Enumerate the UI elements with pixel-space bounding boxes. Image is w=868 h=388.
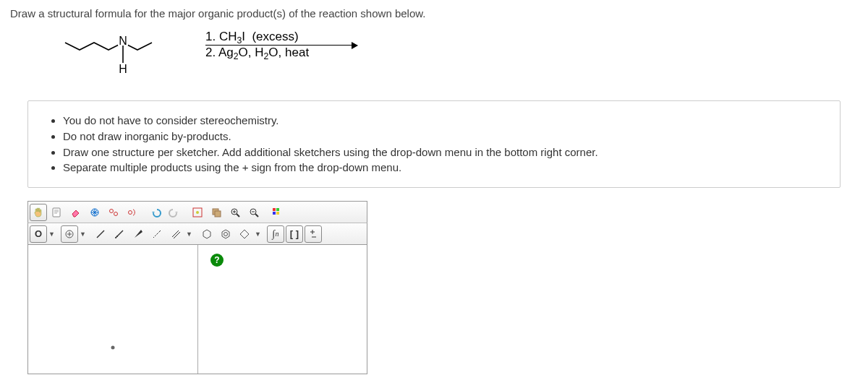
svg-line-28 bbox=[97, 230, 104, 238]
multi-bond-icon[interactable] bbox=[167, 225, 184, 243]
sketcher-toolbar-row-2: O ▼ ▼ ▼ ▼ bbox=[27, 223, 367, 244]
lasso-pair-icon[interactable] bbox=[105, 204, 122, 221]
erase-tool-icon[interactable] bbox=[67, 204, 85, 221]
reaction-scheme: N N H 1. CH3I (excess) 2. Ag2O, H2O, hea… bbox=[61, 30, 858, 80]
single-bond-icon[interactable] bbox=[92, 225, 109, 243]
zoom-out-icon[interactable] bbox=[245, 204, 263, 221]
sketcher-panel-1[interactable] bbox=[28, 245, 198, 374]
ring-dropdown-icon[interactable]: ▼ bbox=[255, 230, 261, 238]
help-button[interactable]: ? bbox=[210, 254, 224, 267]
select-tool-icon[interactable] bbox=[48, 204, 66, 221]
svg-point-8 bbox=[114, 212, 118, 215]
wedge-up-bond-icon[interactable] bbox=[129, 225, 147, 243]
wedge-down-bond-icon[interactable] bbox=[148, 225, 166, 243]
svg-rect-13 bbox=[215, 211, 221, 217]
center-icon[interactable] bbox=[189, 204, 206, 221]
reagent-block: 1. CH3I (excess) 2. Ag2O, H2O, heat bbox=[205, 30, 357, 60]
bond-dropdown-icon[interactable]: ▼ bbox=[186, 230, 192, 238]
element-picker-dropdown-icon[interactable]: ▼ bbox=[48, 230, 55, 238]
svg-line-33 bbox=[153, 237, 154, 238]
structure-sketcher[interactable]: O ▼ ▼ ▼ ▼ bbox=[27, 201, 367, 374]
svg-point-41 bbox=[224, 232, 228, 236]
svg-line-36 bbox=[159, 230, 161, 233]
svg-rect-5 bbox=[53, 208, 60, 217]
svg-text:H: H bbox=[119, 63, 127, 75]
svg-point-7 bbox=[110, 209, 114, 212]
hand-tool-icon[interactable] bbox=[30, 204, 47, 221]
svg-point-9 bbox=[129, 210, 132, 214]
sketcher-canvas[interactable]: ? bbox=[27, 244, 367, 374]
svg-point-11 bbox=[196, 211, 199, 214]
reagent-line-1: 1. CH3I (excess) bbox=[205, 30, 299, 44]
bracket-tool-button[interactable]: [ ] bbox=[286, 225, 303, 243]
svg-line-37 bbox=[172, 230, 179, 237]
instruction-item: Draw one structure per sketcher. Add add… bbox=[63, 145, 825, 160]
svg-rect-22 bbox=[276, 208, 279, 211]
svg-line-19 bbox=[255, 214, 258, 217]
svg-marker-39 bbox=[203, 230, 210, 238]
add-tool-icon[interactable] bbox=[61, 225, 78, 243]
redo-icon[interactable] bbox=[166, 204, 183, 221]
element-picker-button[interactable]: O bbox=[30, 225, 47, 243]
svg-line-34 bbox=[155, 235, 156, 236]
instruction-item: Separate multiple products using the + s… bbox=[63, 160, 825, 176]
svg-rect-24 bbox=[276, 212, 279, 215]
add-tool-dropdown-icon[interactable]: ▼ bbox=[80, 230, 86, 238]
reaction-arrow bbox=[205, 45, 357, 46]
ring-plain-icon[interactable] bbox=[198, 225, 216, 243]
instruction-item: You do not have to consider stereochemis… bbox=[63, 113, 825, 129]
svg-marker-42 bbox=[240, 230, 249, 238]
copy-icon[interactable] bbox=[208, 204, 225, 221]
charge-tool-icon[interactable] bbox=[305, 225, 322, 243]
instructions-box: You do not have to consider stereochemis… bbox=[27, 100, 841, 188]
move-tool-icon[interactable] bbox=[86, 204, 103, 221]
color-tool-icon[interactable] bbox=[268, 204, 286, 221]
lasso-cut-icon[interactable] bbox=[124, 204, 141, 221]
svg-text:N: N bbox=[119, 35, 127, 47]
svg-line-38 bbox=[174, 232, 180, 238]
reagent-line-2: 2. Ag2O, H2O, heat bbox=[205, 46, 309, 60]
canvas-origin-dot bbox=[111, 346, 115, 350]
svg-point-31 bbox=[116, 236, 118, 237]
instruction-item: Do not draw inorganic by-products. bbox=[63, 129, 825, 145]
question-text: Draw a structural formula for the major … bbox=[10, 7, 858, 20]
svg-line-15 bbox=[237, 214, 239, 217]
zoom-in-icon[interactable] bbox=[226, 204, 244, 221]
svg-marker-40 bbox=[222, 230, 229, 238]
svg-rect-23 bbox=[273, 212, 276, 215]
reactant-structure: N N H bbox=[61, 30, 176, 80]
svg-point-30 bbox=[115, 237, 116, 238]
sprout-bond-icon[interactable] bbox=[111, 225, 128, 243]
ring-hex-icon[interactable] bbox=[236, 225, 253, 243]
undo-icon[interactable] bbox=[147, 204, 164, 221]
ring-aromatic-icon[interactable] bbox=[217, 225, 234, 243]
svg-marker-32 bbox=[135, 230, 142, 238]
subscript-tool-button[interactable]: ∫n bbox=[267, 225, 284, 243]
svg-rect-21 bbox=[273, 208, 276, 211]
svg-line-35 bbox=[157, 233, 158, 234]
sketcher-toolbar-row-1 bbox=[27, 201, 367, 223]
